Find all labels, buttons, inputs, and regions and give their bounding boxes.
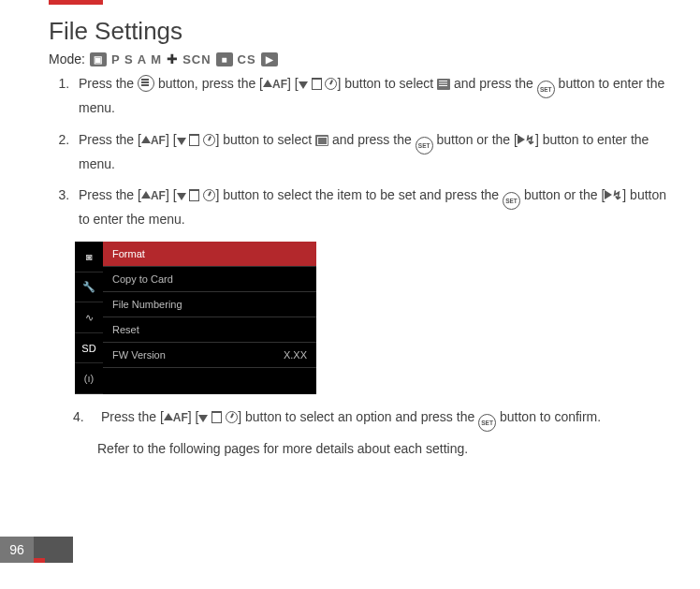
play-icon: ▶ bbox=[261, 52, 278, 66]
lcd-tab-wave: ∿ bbox=[75, 302, 103, 333]
mode-letters: P S A M bbox=[111, 52, 162, 66]
flash-icon: ↯ bbox=[612, 186, 622, 205]
up-af-bracket: [AF] bbox=[138, 187, 169, 202]
arrow-right-icon bbox=[605, 190, 612, 199]
lcd-item-numbering: File Numbering bbox=[103, 292, 316, 317]
mode-cs: CS bbox=[238, 52, 256, 66]
step-4: 4. Press the [AF] [ ] button to select a… bbox=[49, 407, 655, 432]
trash-icon bbox=[189, 189, 199, 201]
lcd-empty-row bbox=[103, 368, 316, 394]
down-trash-timer-bracket: [ ] bbox=[173, 132, 220, 147]
up-af-bracket: [AF] bbox=[259, 76, 291, 91]
step-3: Press the [AF] [ ] button to select the … bbox=[73, 185, 678, 230]
auto-plus-icon: ✚ bbox=[167, 52, 178, 66]
top-red-bar bbox=[49, 0, 103, 5]
down-trash-timer-bracket: [ ] bbox=[173, 187, 220, 202]
arrow-up-icon bbox=[141, 191, 151, 199]
set-button-icon: SET bbox=[503, 192, 520, 210]
step-2: Press the [AF] [ ] button to select and … bbox=[73, 130, 678, 175]
timer-icon bbox=[226, 411, 238, 423]
lcd-list: Format Copy to Card File Numbering Reset… bbox=[103, 242, 316, 394]
lcd-item-reset: Reset bbox=[103, 317, 316, 343]
timer-icon bbox=[325, 78, 337, 90]
up-af-bracket: [AF] bbox=[160, 409, 192, 424]
instruction-list: Press the button, press the [AF] [ ] but… bbox=[49, 74, 678, 230]
lcd-menu: ◙ 🔧 ∿ SD (ı) Format Copy to Card File Nu… bbox=[75, 242, 316, 394]
set-button-icon: SET bbox=[478, 414, 496, 432]
mode-row: Mode: ▣ P S A M ✚ SCN ■ CS ▶ bbox=[49, 52, 678, 66]
menu-button-icon bbox=[138, 75, 154, 92]
arrow-down-icon bbox=[299, 81, 308, 89]
step-1: Press the button, press the [AF] [ ] but… bbox=[73, 74, 678, 119]
lcd-tab-sd: SD bbox=[75, 333, 103, 364]
right-flash-bracket: [↯] bbox=[601, 187, 626, 202]
lcd-tab-wrench: 🔧 bbox=[75, 272, 103, 303]
arrow-down-icon bbox=[177, 193, 186, 200]
set-button-icon: SET bbox=[537, 81, 555, 98]
flash-icon: ↯ bbox=[525, 131, 535, 150]
arrow-up-icon bbox=[141, 136, 151, 143]
video-icon: ■ bbox=[216, 52, 233, 66]
page-content: File Settings Mode: ▣ P S A M ✚ SCN ■ CS… bbox=[0, 0, 700, 456]
trash-icon bbox=[312, 78, 322, 90]
up-af-bracket: [AF] bbox=[138, 132, 169, 147]
thumb-tab bbox=[34, 537, 73, 563]
lcd-item-fw: FW Version X.XX bbox=[103, 343, 316, 368]
page-title: File Settings bbox=[49, 17, 678, 46]
lcd-tab-camera: ◙ bbox=[75, 242, 103, 272]
arrow-up-icon bbox=[164, 413, 173, 420]
timer-icon bbox=[203, 189, 215, 201]
arrow-right-icon bbox=[518, 135, 525, 144]
page-number: 96 bbox=[0, 537, 34, 563]
lcd-tab-wifi: (ı) bbox=[75, 363, 103, 394]
trash-icon bbox=[189, 134, 199, 146]
arrow-up-icon bbox=[263, 80, 272, 87]
down-trash-timer-bracket: [ ] bbox=[196, 409, 242, 424]
timer-icon bbox=[203, 134, 215, 146]
lcd-item-format: Format bbox=[103, 242, 316, 267]
lcd-sidebar: ◙ 🔧 ∿ SD (ı) bbox=[75, 242, 103, 394]
arrow-down-icon bbox=[198, 415, 208, 422]
mode-label: Mode: bbox=[49, 52, 85, 66]
right-flash-bracket: [↯] bbox=[514, 132, 539, 147]
trash-icon bbox=[211, 411, 222, 423]
lcd-item-copy: Copy to Card bbox=[103, 267, 316, 292]
set-button-icon: SET bbox=[416, 137, 433, 155]
card-grey-icon bbox=[315, 135, 328, 146]
refer-text: Refer to the following pages for more de… bbox=[49, 441, 678, 456]
menu-grey-icon bbox=[437, 79, 450, 90]
arrow-down-icon bbox=[177, 138, 186, 145]
camera-icon: ▣ bbox=[90, 52, 107, 66]
down-trash-timer-bracket: [ ] bbox=[295, 76, 342, 91]
mode-scn: SCN bbox=[182, 52, 211, 66]
